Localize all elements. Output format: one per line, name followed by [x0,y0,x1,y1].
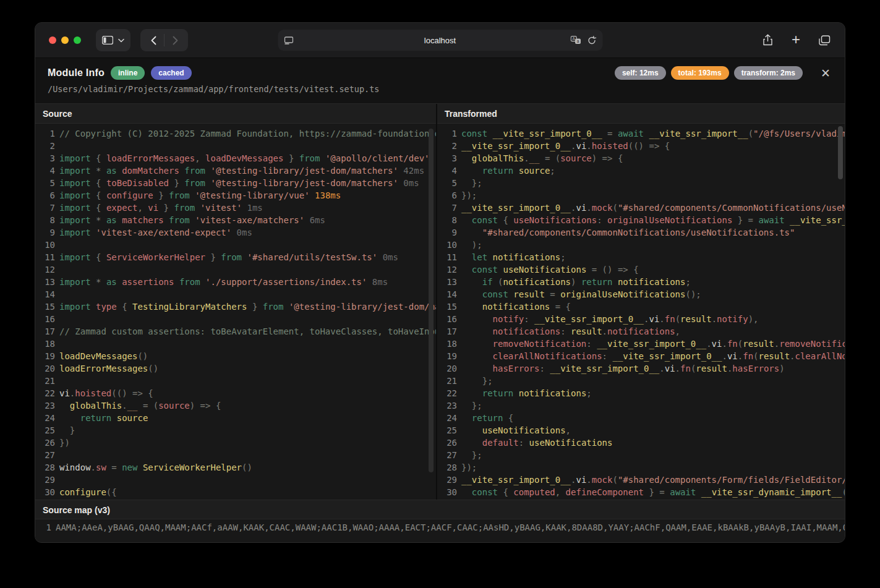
code-line: 19 clearAllNotifications: __vite_ssr_imp… [437,350,845,362]
code-line: 5import { toBeDisabled } from '@testing-… [35,177,436,189]
code-line: 26 default: useNotifications [437,437,845,449]
code-line: 24 return source [35,412,436,424]
code-line: 12 const useNotifications = () => { [437,263,845,276]
code-line: 13import * as assertions from './support… [35,276,436,288]
browser-window: localhost Aa + Module In [35,22,845,543]
code-line: 30configure({ [35,486,436,498]
code-line: 28window.sw = new ServiceWorkerHelper() [35,461,436,474]
reload-icon[interactable] [587,36,596,45]
code-line: 18 [35,338,436,350]
code-line: 17 notifications: result.notifications, [437,325,845,338]
minimize-window-button[interactable] [61,36,69,44]
nav-button-group [140,29,188,51]
code-line: 4import * as domMatchers from '@testing-… [35,164,436,177]
code-panes: Source 1// Copyright (C) 2012-2025 Zamma… [35,104,845,500]
code-line: 24 return { [437,412,845,424]
sidebar-toggle-group[interactable] [96,29,130,51]
transformed-code[interactable]: 1const __vite_ssr_import_0__ = await __v… [437,124,845,500]
module-file-path: /Users/vladimir/Projects/zammad/app/fron… [48,84,832,94]
share-button[interactable] [758,31,777,49]
zoom-window-button[interactable] [74,36,81,44]
code-line: 29 [35,474,436,486]
code-line: 15import type { TestingLibraryMatchers }… [35,300,436,313]
code-line: 9 "#shared/components/CommonNotification… [437,226,845,239]
code-line: 17// Zammad custom assertions: toBeAvata… [35,325,436,338]
code-line: 6}); [437,189,845,202]
traffic-lights [49,36,81,44]
plus-icon: + [792,32,800,47]
code-line: 11import { ServiceWorkerHelper } from '#… [35,251,436,263]
code-line: 22vi.hoisted(() => { [35,387,436,399]
self-time-badge: self: 12ms [615,66,666,80]
source-code[interactable]: 1// Copyright (C) 2012-2025 Zammad Found… [35,124,436,500]
source-scrollbar[interactable] [429,129,434,472]
close-icon[interactable]: ✕ [819,66,832,80]
url-text: localhost [278,36,602,45]
page-icon [284,36,293,45]
code-line: 8import * as matchers from 'vitest-axe/m… [35,214,436,226]
code-line: 27 }; [437,449,845,461]
code-line: 23 globalThis.__ = (source) => { [35,399,436,412]
code-line: 23 }; [437,399,845,412]
code-line: 7__vite_ssr_import_0__.vi.mock("#shared/… [437,202,845,214]
code-line: 20loadErrorMessages() [35,362,436,375]
back-button[interactable] [143,32,164,49]
code-line: 20 hasErrors: __vite_ssr_import_0__.vi.f… [437,362,845,375]
source-pane-title: Source [35,104,436,124]
code-line: 10 [35,239,436,251]
code-line: 19loadDevMessages() [35,350,436,362]
sourcemap-title: Source map (v3) [35,500,845,519]
code-line: 1// Copyright (C) 2012-2025 Zammad Found… [35,127,436,140]
transformed-scrollbar[interactable] [838,126,843,179]
code-line: 3 globalThis.__ = (source) => { [437,152,845,164]
code-line: 27 [35,449,436,461]
new-tab-button[interactable]: + [787,31,805,49]
code-line: 11 let notifications; [437,251,845,263]
code-line: 22 return notifications; [437,387,845,399]
translate-icon[interactable]: Aa [570,36,581,45]
code-line: 21 }; [437,375,845,387]
transformed-pane: Transformed 1const __vite_ssr_import_0__… [437,104,845,500]
code-line: 9import 'vitest-axe/extend-expect' 0ms [35,226,436,239]
code-line: 13 if (notifications) return notificatio… [437,276,845,288]
code-line: 14 [35,288,436,300]
total-time-badge: total: 193ms [671,66,729,80]
module-info-header: Module Info inline cached self: 12ms tot… [35,58,845,104]
address-bar[interactable]: localhost Aa [278,30,602,51]
code-line: 4 return source; [437,164,845,177]
cached-badge: cached [151,66,191,80]
svg-text:A: A [572,36,575,41]
transformed-pane-title: Transformed [437,104,845,124]
browser-titlebar: localhost Aa + [35,23,845,58]
code-line: 15 notifications = { [437,300,845,313]
code-line: 29__vite_ssr_import_0__.vi.mock("#shared… [437,474,845,486]
inline-badge: inline [111,66,145,80]
code-line: 2__vite_ssr_import_0__.vi.hoisted(() => … [437,140,845,152]
code-line: 16 [35,313,436,325]
code-line: 21 [35,375,436,387]
forward-button[interactable] [164,32,186,49]
code-line: 30 const { computed, defineComponent } =… [437,486,845,498]
code-line: 8 const { useNotifications: originalUseN… [437,214,845,226]
transform-time-badge: transform: 2ms [734,66,803,80]
source-pane: Source 1// Copyright (C) 2012-2025 Zamma… [35,104,437,500]
code-line: 5 }; [437,177,845,189]
code-line: 14 const result = originalUseNotificatio… [437,288,845,300]
code-line: 1AAMA;AAeA,yBAAG,QAAQ,MAAM;AACf,aAAW,KAA… [35,519,845,535]
code-line: 28}); [437,461,845,474]
close-window-button[interactable] [49,36,56,44]
code-line: 3import { loadErrorMessages, loadDevMess… [35,152,436,164]
code-line: 7import { expect, vi } from 'vitest' 1ms [35,202,436,214]
code-line: 1const __vite_ssr_import_0__ = await __v… [437,127,845,140]
code-line: 2 [35,140,436,152]
sourcemap-pane: 1AAMA;AAeA,yBAAG,QAAQ,MAAM;AACf,aAAW,KAA… [35,519,845,543]
sourcemap-code[interactable]: 1AAMA;AAeA,yBAAG,QAAQ,MAAM;AACf,aAAW,KAA… [35,519,845,535]
tab-overview-button[interactable] [815,31,834,49]
code-line: 6import { configure } from '@testing-lib… [35,189,436,202]
svg-text:a: a [576,39,579,43]
code-line: 16 notify: __vite_ssr_import_0__.vi.fn(r… [437,313,845,325]
code-line: 26}) [35,437,436,449]
chevron-down-icon [118,38,124,43]
sidebar-icon [102,36,113,45]
code-line: 12 [35,263,436,276]
